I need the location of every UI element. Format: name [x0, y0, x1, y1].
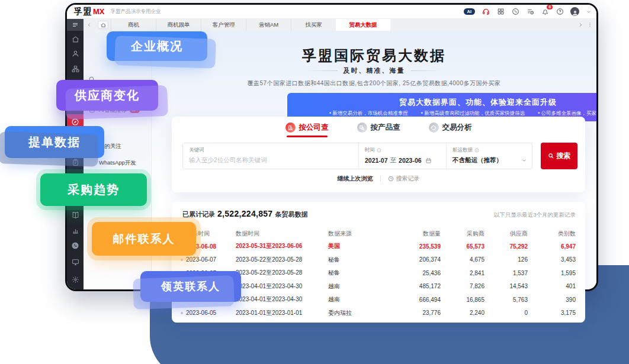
keyword-input[interactable]: [189, 156, 352, 163]
help-icon[interactable]: [556, 8, 564, 16]
cell-suppliers: 0: [484, 310, 528, 316]
table-row: 2023-06-05 2023-01-01至2023-01-01 委内瑞拉 23…: [172, 307, 585, 320]
hamburger-icon[interactable]: [67, 19, 84, 31]
top-bar: 孚盟 MX 孚盟产品演示专用企业 AI: [67, 5, 596, 19]
clock-icon: [388, 176, 394, 182]
search-button-label: 搜索: [557, 151, 571, 161]
product-search-icon: [357, 123, 367, 133]
home-tab-icon[interactable]: [95, 19, 111, 31]
cell-buyers: 65,573: [441, 243, 484, 250]
info-icon: [474, 148, 479, 153]
sidebar-item-whatsapp-dev[interactable]: WhatsApp开发: [99, 159, 136, 167]
time-range-field[interactable]: 时间 2021-07 至 2023-06: [358, 143, 446, 169]
cell-period: 2023-05-31至2023-06-06: [236, 242, 328, 250]
analysis-icon: [429, 123, 439, 133]
apps-grid-icon[interactable]: [496, 8, 505, 16]
table-row: 2023-06-08 2023-05-31至2023-06-06 美国 235,…: [172, 240, 585, 253]
cell-categories: 401: [528, 283, 576, 289]
bar-chart-icon[interactable]: [67, 227, 84, 234]
row-dot: [181, 312, 183, 314]
cell-source: 越南: [328, 282, 393, 291]
gear-icon[interactable]: [67, 276, 84, 284]
forward-chevron-icon[interactable]: [577, 22, 583, 28]
cell-period: 2023-04-01至2023-04-30: [236, 295, 328, 304]
column-header: 数据量: [393, 230, 441, 238]
monitor-icon[interactable]: [67, 258, 84, 266]
quick-links: 继续上次浏览 搜索记录: [172, 175, 585, 183]
nav-tab-kehu-guanli[interactable]: 客户管理: [201, 19, 246, 31]
cell-period: 2023-04-01至2023-04-30: [236, 282, 328, 291]
nav-tab-shangji[interactable]: 商机: [111, 19, 156, 31]
nav-tab-shangji-gendan[interactable]: 商机跟单: [156, 19, 201, 31]
search-history-link[interactable]: 搜索记录: [388, 175, 420, 183]
list-clock-icon[interactable]: [526, 8, 534, 16]
cell-categories: 3,175: [528, 310, 576, 316]
feature-label-linkedin-contacts: 领英联系人: [140, 271, 241, 302]
search-tabs: 按公司查 按产品查 交易分析: [172, 123, 585, 137]
chevron-down-icon[interactable]: [586, 9, 592, 15]
cell-suppliers: 126: [484, 256, 528, 263]
column-header: 类别数: [528, 230, 576, 238]
tab-trade-analysis[interactable]: 交易分析: [429, 123, 472, 137]
divider: [304, 70, 338, 71]
search-form: 关键词 时间 2021-07 至 2023-06 船运数据: [182, 143, 532, 169]
cell-categories: 1,595: [528, 270, 576, 276]
tab-label: 交易分析: [442, 123, 472, 133]
search-panel: 按公司查 按产品查 交易分析 关键词 时间: [172, 117, 585, 192]
sidebar-item-label: WhatsApp开发: [99, 159, 136, 167]
cell-categories: 6,947: [528, 243, 576, 250]
feature-label-supplier-change: 供应商变化: [56, 80, 158, 111]
shipping-data-select[interactable]: 船运数据 不含船运（推荐）: [446, 143, 532, 169]
info-icon: [377, 148, 381, 153]
cell-buyers: 4,675: [441, 256, 484, 263]
stats-panel: 已累计记录 2,522,224,857 条贸易数据 以下只显示最近3个月的更新记…: [172, 202, 585, 323]
avatar[interactable]: [570, 7, 579, 16]
home-icon[interactable]: [67, 36, 84, 43]
cell-buyers: 16,865: [441, 297, 484, 303]
whatsapp-icon[interactable]: [511, 8, 519, 16]
bell-icon[interactable]: 6: [541, 8, 549, 16]
nav-tab-yingxiao-am[interactable]: 营销AM: [246, 19, 291, 31]
whatsapp-icon[interactable]: [67, 241, 84, 250]
headset-icon[interactable]: [482, 8, 490, 16]
tab-label: 按产品查: [371, 123, 400, 133]
page-title: 孚盟国际贸易大数据: [152, 46, 596, 65]
back-chevron-icon[interactable]: [84, 19, 95, 31]
search-button[interactable]: 搜索: [541, 143, 577, 169]
column-header: 供应商: [484, 230, 528, 238]
tab-search-by-company[interactable]: 按公司查: [285, 123, 329, 137]
time-separator: 至: [390, 156, 397, 165]
cell-update: 2023-06-05: [186, 310, 236, 316]
nav-tab-trade-data-active[interactable]: 贸易大数据: [336, 19, 390, 31]
cell-categories: 3,453: [528, 256, 576, 263]
time-from-value[interactable]: 2021-07: [365, 157, 388, 164]
org-chart-icon[interactable]: [67, 65, 84, 73]
kebab-menu-icon[interactable]: [587, 22, 593, 28]
cell-period: 2023-05-22至2023-05-28: [236, 256, 328, 264]
cell-volume: 666,494: [393, 297, 441, 303]
tab-label: 按公司查: [299, 123, 329, 133]
chevron-down-icon: [521, 157, 527, 163]
company-search-icon: [285, 123, 296, 133]
person-icon[interactable]: [67, 50, 84, 57]
company-name: 孚盟产品演示专用企业: [111, 8, 161, 15]
feature-label-company-overview: 企业概况: [107, 31, 207, 61]
tab-search-by-product[interactable]: 按产品查: [357, 123, 400, 137]
column-header: 数据来源: [328, 230, 393, 238]
page-subtitle: 及时、精准、海量: [344, 66, 405, 75]
cell-volume: 235,539: [393, 243, 441, 250]
nav-tab-zhaomaijia[interactable]: 找买家: [291, 19, 336, 31]
history-label: 搜索记录: [396, 175, 420, 183]
cell-suppliers: 75,292: [484, 243, 528, 250]
continue-browsing-link[interactable]: 继续上次浏览: [338, 175, 373, 183]
book-icon[interactable]: [67, 211, 84, 219]
cell-source: 秘鲁: [328, 256, 393, 264]
stats-header: 已累计记录 2,522,224,857 条贸易数据 以下只显示最近3个月的更新记…: [182, 209, 576, 219]
time-to-value[interactable]: 2023-06: [399, 157, 422, 164]
notification-badge: 6: [547, 5, 553, 10]
cell-suppliers: 14,543: [484, 283, 528, 289]
cell-volume: 25,436: [393, 270, 441, 276]
cell-period: 2023-05-22至2023-05-28: [236, 269, 328, 277]
ai-assistant-icon[interactable]: AI: [464, 8, 476, 15]
keyword-field[interactable]: 关键词: [183, 143, 358, 169]
